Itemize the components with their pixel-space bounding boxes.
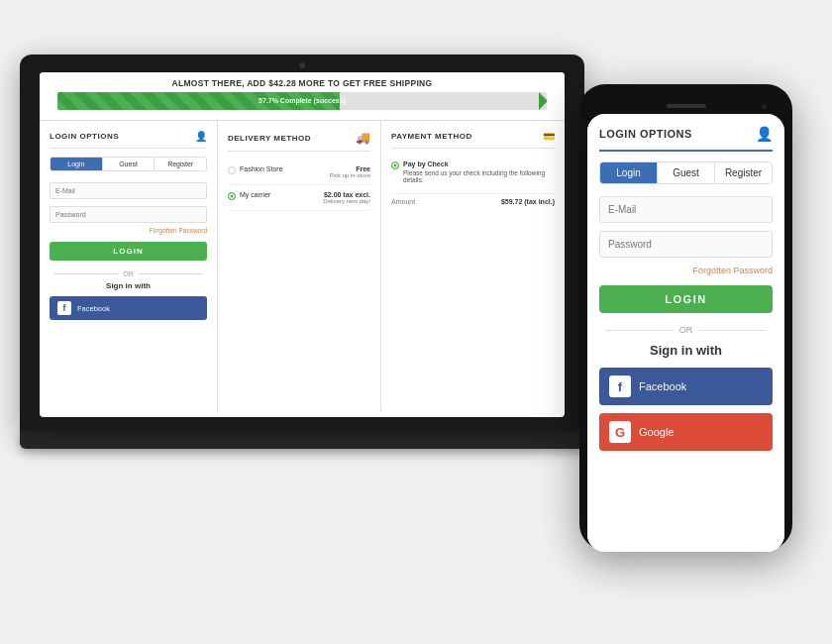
phone-tab-register[interactable]: Register: [715, 162, 772, 183]
scene: ALMOST THERE, ADD $42.28 MORE TO GET FRE…: [20, 25, 812, 619]
laptop-delivery-header: DELIVERY METHOD 🚚: [228, 131, 370, 152]
phone-tab-group[interactable]: Login Guest Register: [599, 161, 773, 184]
payment-icon: 💳: [543, 131, 555, 142]
phone-content: LOGIN OPTIONS 👤 Login Guest Register For…: [587, 114, 784, 552]
phone-or-divider: OR: [599, 325, 773, 335]
users-icon: 👤: [195, 131, 207, 142]
laptop-payment-title: PAYMENT METHOD: [391, 132, 472, 141]
payment-name: Pay by Check: [403, 161, 555, 167]
phone-email-input[interactable]: [599, 196, 773, 223]
delivery-name-carrier: My carrier: [240, 191, 270, 198]
phone-login-title: LOGIN OPTIONS: [599, 128, 692, 140]
phone-forgotten-password[interactable]: Forgotten Password: [599, 266, 773, 275]
phone-users-icon: 👤: [756, 126, 773, 142]
phone-tab-guest[interactable]: Guest: [658, 162, 715, 183]
radio-my-carrier[interactable]: [228, 192, 236, 200]
phone-screen: LOGIN OPTIONS 👤 Login Guest Register For…: [587, 114, 784, 552]
delivery-price-fashion: Free Pick up in-store: [330, 165, 370, 178]
phone-password-input[interactable]: [599, 231, 773, 258]
phone-google-icon: G: [609, 421, 631, 443]
phone-camera-icon: [762, 104, 767, 109]
laptop-forgotten-password[interactable]: Forgotten Password: [50, 227, 207, 234]
laptop-email-input[interactable]: [50, 182, 207, 199]
laptop-login-header: LOGIN OPTIONS 👤: [50, 131, 207, 149]
laptop-delivery-section: DELIVERY METHOD 🚚 Fashion Store Free Pic…: [218, 121, 381, 411]
laptop-tab-guest[interactable]: Guest: [103, 158, 156, 170]
radio-fashion-store[interactable]: [228, 166, 236, 174]
screen-columns: LOGIN OPTIONS 👤 Login Guest Register For…: [40, 121, 565, 411]
phone: LOGIN OPTIONS 👤 Login Guest Register For…: [579, 84, 792, 550]
delivery-name-fashion: Fashion Store: [240, 165, 283, 172]
phone-login-button[interactable]: LOGIN: [599, 285, 773, 313]
amount-row: Amount $59.72 (tax incl.): [391, 193, 555, 205]
delivery-option-2[interactable]: My carrier $2.00 tax excl. Delivery next…: [228, 185, 370, 211]
laptop-login-section: LOGIN OPTIONS 👤 Login Guest Register For…: [40, 121, 218, 411]
laptop-payment-section: PAYMENT METHOD 💳 Pay by Check Please sen…: [381, 121, 565, 411]
screen-top-bar: ALMOST THERE, ADD $42.28 MORE TO GET FRE…: [40, 72, 565, 121]
laptop-tab-login[interactable]: Login: [51, 158, 103, 170]
laptop-payment-header: PAYMENT METHOD 💳: [391, 131, 555, 149]
amount-value: $59.72 (tax incl.): [501, 198, 555, 205]
progress-bar-label: 57.7% Complete (success): [57, 92, 547, 110]
laptop-camera: [299, 62, 305, 68]
payment-desc: Please send us your check including the …: [403, 169, 555, 183]
truck-icon: 🚚: [356, 131, 370, 145]
facebook-icon: f: [57, 301, 71, 315]
amount-label: Amount: [391, 198, 415, 205]
laptop-delivery-title: DELIVERY METHOD: [228, 134, 311, 143]
laptop-password-input[interactable]: [50, 206, 207, 223]
phone-google-button[interactable]: G Google: [599, 413, 773, 451]
laptop-base: [20, 431, 584, 449]
laptop-tab-group[interactable]: Login Guest Register: [50, 157, 207, 171]
laptop-tab-register[interactable]: Register: [155, 158, 206, 170]
radio-pay-check[interactable]: [391, 161, 399, 169]
phone-facebook-icon: f: [609, 376, 631, 397]
laptop-or-divider: OR: [50, 270, 207, 277]
laptop-login-button[interactable]: LOGIN: [50, 242, 207, 261]
delivery-price-carrier: $2.00 tax excl. Delivery next day!: [323, 191, 370, 204]
phone-sign-in-with: Sign in with: [599, 343, 773, 358]
phone-speaker: [667, 104, 706, 108]
phone-tab-login[interactable]: Login: [600, 162, 658, 183]
laptop-facebook-button[interactable]: f Facebook: [50, 296, 207, 320]
shipping-banner: ALMOST THERE, ADD $42.28 MORE TO GET FRE…: [50, 78, 555, 88]
laptop-screen: ALMOST THERE, ADD $42.28 MORE TO GET FRE…: [40, 72, 565, 417]
laptop-login-title: LOGIN OPTIONS: [50, 132, 119, 141]
phone-top-bar: [587, 98, 784, 114]
laptop: ALMOST THERE, ADD $42.28 MORE TO GET FRE…: [20, 54, 584, 481]
phone-facebook-button[interactable]: f Facebook: [599, 368, 773, 405]
laptop-body: ALMOST THERE, ADD $42.28 MORE TO GET FRE…: [20, 54, 584, 431]
progress-bar-container: 57.7% Complete (success): [57, 92, 547, 110]
phone-login-header: LOGIN OPTIONS 👤: [599, 126, 773, 152]
payment-option-check[interactable]: Pay by Check Please send us your check i…: [391, 157, 555, 187]
laptop-sign-in-with: Sign in with: [50, 281, 207, 290]
delivery-option-1[interactable]: Fashion Store Free Pick up in-store: [228, 160, 370, 185]
